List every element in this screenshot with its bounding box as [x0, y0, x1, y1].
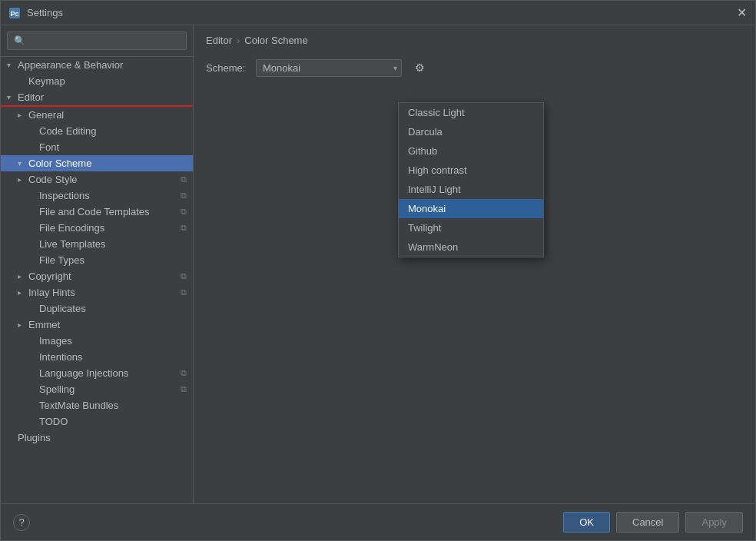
sidebar-item-label: Live Templates: [39, 238, 105, 250]
sidebar-item-appearance[interactable]: Appearance & Behavior: [1, 57, 193, 73]
sidebar-item-textmate-bundles[interactable]: TextMate Bundles: [1, 397, 193, 413]
settings-window: Pc Settings ✕ Appearance & Behavior Keym…: [0, 0, 756, 541]
svg-text:Pc: Pc: [10, 10, 18, 18]
sidebar-item-label: Plugins: [18, 432, 51, 443]
sidebar-item-code-style[interactable]: Code Style ⧉: [1, 171, 193, 188]
sidebar-item-editor[interactable]: Editor: [1, 89, 193, 107]
sidebar-item-spelling[interactable]: Spelling ⧉: [1, 381, 193, 397]
copy-icon: ⧉: [181, 223, 187, 233]
sidebar-item-todo[interactable]: TODO: [1, 413, 193, 430]
sidebar-item-label: Keymap: [28, 75, 65, 87]
window-title: Settings: [27, 7, 735, 18]
sidebar-item-duplicates[interactable]: Duplicates: [1, 300, 193, 317]
breadcrumb-parent: Editor: [206, 35, 232, 46]
close-button[interactable]: ✕: [735, 7, 748, 19]
sidebar-item-inspections[interactable]: Inspections ⧉: [1, 188, 193, 204]
sidebar-item-language-injections[interactable]: Language Injections ⧉: [1, 365, 193, 381]
scheme-option-high-contrast[interactable]: High contrast: [399, 161, 543, 180]
scheme-option-darcula[interactable]: Darcula: [399, 122, 543, 141]
ok-button[interactable]: OK: [563, 512, 610, 533]
scheme-select[interactable]: Monokai: [256, 59, 402, 77]
sidebar-item-label: Color Scheme: [28, 158, 91, 169]
sidebar-item-images[interactable]: Images: [1, 333, 193, 349]
sidebar-item-label: File and Code Templates: [39, 206, 150, 217]
scheme-option-github[interactable]: Github: [399, 141, 543, 161]
app-icon: Pc: [8, 7, 21, 19]
sidebar-item-label: Language Injections: [39, 367, 128, 379]
sidebar-item-label: Inspections: [39, 190, 90, 201]
sidebar-item-label: Spelling: [39, 383, 75, 395]
sidebar-item-live-templates[interactable]: Live Templates: [1, 236, 193, 252]
arrow-icon: [7, 93, 18, 101]
arrow-icon: [18, 320, 28, 329]
sidebar-item-label: File Encodings: [39, 222, 104, 234]
sidebar-item-label: TextMate Bundles: [39, 400, 118, 411]
sidebar-item-keymap[interactable]: Keymap: [1, 73, 193, 89]
sidebar-item-label: Font: [39, 141, 59, 153]
search-box: [1, 25, 193, 57]
sidebar-item-label: Editor: [18, 91, 44, 103]
gear-button[interactable]: ⚙: [410, 58, 430, 77]
sidebar-item-label: File Types: [39, 254, 85, 266]
sidebar-item-code-editing[interactable]: Code Editing: [1, 123, 193, 139]
sidebar-item-label: Code Editing: [39, 125, 96, 137]
scheme-dropdown-wrapper: Monokai ▾: [256, 59, 402, 77]
sidebar-item-label: Intentions: [39, 351, 82, 363]
footer-left: ?: [13, 514, 30, 531]
sidebar-item-general[interactable]: General: [1, 107, 193, 123]
copy-icon: ⧉: [181, 368, 187, 378]
copy-icon: ⧉: [181, 174, 187, 184]
scheme-option-twilight[interactable]: Twilight: [399, 218, 543, 237]
scheme-option-monokai[interactable]: Monokai: [399, 199, 543, 218]
breadcrumb-separator: ›: [237, 35, 240, 46]
sidebar-item-copyright[interactable]: Copyright ⧉: [1, 268, 193, 284]
scheme-option-classic-light[interactable]: Classic Light: [399, 103, 543, 122]
help-button[interactable]: ?: [13, 514, 30, 531]
arrow-icon: [18, 288, 28, 297]
sidebar-item-file-types[interactable]: File Types: [1, 252, 193, 268]
copy-icon: ⧉: [181, 207, 187, 217]
search-input[interactable]: [7, 32, 187, 50]
sidebar-item-label: Duplicates: [39, 303, 86, 314]
sidebar-item-color-scheme[interactable]: Color Scheme: [1, 155, 193, 171]
copy-icon: ⧉: [181, 384, 187, 394]
sidebar-item-label: Copyright: [28, 270, 71, 282]
main-panel: Editor › Color Scheme Scheme: Monokai ▾ …: [194, 25, 755, 503]
sidebar-item-intentions[interactable]: Intentions: [1, 349, 193, 365]
main-content: Appearance & Behavior Keymap Editor Gene…: [1, 25, 755, 503]
sidebar-item-file-encodings[interactable]: File Encodings ⧉: [1, 220, 193, 236]
arrow-icon: [18, 111, 28, 119]
sidebar-item-label: Images: [39, 335, 72, 347]
arrow-icon: [18, 175, 28, 184]
sidebar-item-label: Inlay Hints: [28, 287, 75, 298]
scheme-option-warmneon[interactable]: WarmNeon: [399, 237, 543, 257]
footer: ? OK Cancel Apply: [1, 503, 755, 540]
sidebar-item-label: TODO: [39, 416, 68, 427]
sidebar-item-label: Code Style: [28, 174, 78, 185]
sidebar-item-label: Emmet: [28, 319, 60, 330]
arrow-icon: [18, 272, 28, 280]
copy-icon: ⧉: [181, 271, 187, 281]
settings-tree: Appearance & Behavior Keymap Editor Gene…: [1, 57, 193, 503]
arrow-icon: [18, 159, 28, 168]
sidebar-item-file-code-templates[interactable]: File and Code Templates ⧉: [1, 204, 193, 220]
titlebar: Pc Settings ✕: [1, 1, 755, 25]
scheme-dropdown-popup: Classic Light Darcula Github High contra…: [398, 102, 544, 257]
cancel-button[interactable]: Cancel: [616, 512, 679, 533]
apply-button[interactable]: Apply: [685, 512, 743, 533]
sidebar-item-label: General: [28, 109, 64, 121]
scheme-row: Scheme: Monokai ▾ ⚙: [194, 52, 755, 83]
breadcrumb-current: Color Scheme: [244, 35, 307, 46]
scheme-option-intellij-light[interactable]: IntelliJ Light: [399, 180, 543, 199]
scheme-label: Scheme:: [206, 62, 248, 74]
breadcrumb: Editor › Color Scheme: [194, 25, 755, 52]
sidebar-item-emmet[interactable]: Emmet: [1, 317, 193, 333]
sidebar-item-font[interactable]: Font: [1, 139, 193, 155]
sidebar-item-inlay-hints[interactable]: Inlay Hints ⧉: [1, 284, 193, 300]
sidebar: Appearance & Behavior Keymap Editor Gene…: [1, 25, 194, 503]
sidebar-item-label: Appearance & Behavior: [18, 59, 123, 71]
sidebar-item-plugins[interactable]: Plugins: [1, 430, 193, 446]
copy-icon: ⧉: [181, 287, 187, 297]
arrow-icon: [7, 61, 18, 69]
copy-icon: ⧉: [181, 191, 187, 201]
